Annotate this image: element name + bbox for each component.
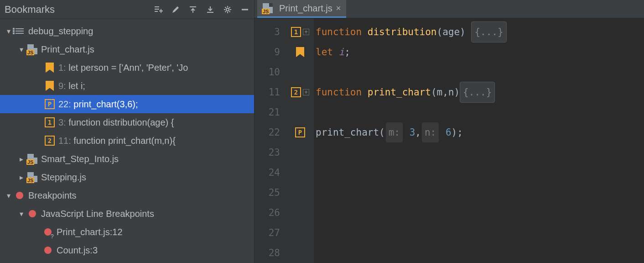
inlay-hint: m: [386, 122, 403, 142]
edit-icon[interactable] [170, 4, 181, 15]
bookmark-item[interactable]: 9: let i; [0, 77, 254, 95]
js-file-icon [26, 43, 38, 55]
bookmark-label: 1: let person = ['Ann', 'Peter', 'Jo [58, 63, 188, 73]
add-list-icon[interactable] [153, 4, 164, 15]
line-number-gutter: 3 9 10 11 21 22 23 24 25 26 27 28 [254, 18, 286, 263]
bookmark-mnemonic-icon: P [44, 98, 56, 110]
line-number: 24 [254, 163, 280, 183]
gear-icon[interactable] [222, 4, 233, 15]
breakpoint-icon [26, 208, 38, 220]
code-line[interactable] [316, 223, 644, 243]
bookmark-item-selected[interactable]: P 22: print_chart(3,6); [0, 95, 254, 113]
js-file-icon [263, 3, 273, 13]
editor-tab-bar: Print_chart.js × [254, 0, 644, 18]
breakpoint-icon [14, 189, 26, 201]
tree-node-stepping[interactable]: ▸ Stepping.js [0, 168, 254, 186]
line-number: 28 [254, 243, 280, 263]
folded-region[interactable]: {...} [460, 82, 495, 103]
line-number: 23 [254, 142, 280, 163]
code-line[interactable]: let i; [316, 42, 644, 62]
bookmark-label: 11: function print_chart(m,n){ [58, 136, 176, 146]
breakpoint-icon [42, 244, 54, 256]
bookmark-label: 9: let i; [58, 81, 85, 91]
code-line[interactable] [316, 102, 644, 122]
node-label: Stepping.js [41, 172, 86, 183]
node-label: Smart_Step_Into.js [41, 154, 119, 164]
chevron-down-icon[interactable]: ▾ [16, 45, 26, 54]
node-label: JavaScript Line Breakpoints [41, 209, 154, 219]
bookmark-mnemonic-icon: 1 [44, 116, 56, 128]
node-label: debug_stepping [28, 26, 93, 37]
move-down-icon[interactable] [205, 4, 216, 15]
chevron-down-icon[interactable]: ▾ [4, 191, 14, 200]
code-line[interactable] [316, 163, 644, 183]
fold-expand-icon[interactable]: + [303, 89, 309, 95]
line-number: 10 [254, 62, 280, 82]
chevron-right-icon[interactable]: ▸ [16, 173, 26, 182]
breakpoint-label: Print_chart.js:12 [57, 227, 123, 237]
line-number: 22 [254, 122, 280, 142]
panel-toolbar [153, 4, 250, 15]
breakpoint-label: Count.js:3 [57, 245, 98, 256]
js-file-icon [26, 171, 38, 183]
chevron-down-icon[interactable]: ▾ [4, 27, 14, 36]
tab-label: Print_chart.js [279, 3, 332, 14]
code-line[interactable] [316, 183, 644, 203]
line-number: 27 [254, 223, 280, 243]
bookmark-item[interactable]: 2 11: function print_chart(m,n){ [0, 132, 254, 150]
breakpoint-item[interactable]: Count.js:3 [0, 241, 254, 259]
bookmark-item[interactable]: 1 3: function distribution(age) { [0, 113, 254, 132]
line-number: 26 [254, 203, 280, 223]
inlay-hint: n: [422, 122, 439, 142]
code-line[interactable] [316, 203, 644, 223]
line-number: 25 [254, 183, 280, 203]
editor-tab[interactable]: Print_chart.js × [257, 0, 346, 18]
code-editor[interactable]: 3 9 10 11 21 22 23 24 25 26 27 28 1+ 2+ … [254, 18, 644, 263]
tree-node-js-breakpoints[interactable]: ▾ JavaScript Line Breakpoints [0, 205, 254, 223]
line-number: 9 [254, 42, 280, 62]
tree-node-print-chart[interactable]: ▾ Print_chart.js [0, 40, 254, 58]
bookmark-mnemonic-icon: 2 [44, 135, 56, 147]
breakpoint-question-icon [42, 226, 54, 238]
chevron-down-icon[interactable]: ▾ [16, 210, 26, 218]
code-line[interactable] [316, 243, 644, 263]
breakpoint-item[interactable]: Print_chart.js:12 [0, 223, 254, 241]
node-label: Print_chart.js [41, 44, 94, 55]
bookmark-item[interactable]: 1: let person = ['Ann', 'Peter', 'Jo [0, 58, 254, 77]
fold-expand-icon[interactable]: + [303, 29, 309, 35]
bookmark-icon[interactable] [296, 47, 304, 57]
folded-region[interactable]: {...} [471, 21, 506, 42]
bookmark-mnemonic-icon[interactable]: 2 [291, 87, 301, 97]
code-body[interactable]: function distribution(age) {...} let i; … [314, 18, 644, 263]
panel-title: Bookmarks [5, 4, 55, 16]
code-line[interactable]: function print_chart(m,n){...} [316, 82, 644, 102]
list-icon [14, 25, 26, 37]
code-line[interactable] [316, 142, 644, 163]
node-label: Breakpoints [28, 190, 77, 201]
tree-node-debug-stepping[interactable]: ▾ debug_stepping [0, 22, 254, 40]
marker-gutter: 1+ 2+ P [286, 18, 314, 263]
close-icon[interactable]: × [336, 4, 341, 13]
svg-point-0 [226, 8, 229, 11]
editor-panel: Print_chart.js × 3 9 10 11 21 22 23 24 2… [254, 0, 644, 263]
js-file-icon [26, 153, 38, 165]
line-number: 3 [254, 22, 280, 42]
panel-header: Bookmarks [0, 0, 254, 19]
bookmark-mnemonic-icon[interactable]: P [295, 127, 305, 137]
minimize-icon[interactable] [239, 4, 250, 15]
code-line[interactable] [316, 62, 644, 82]
line-number: 21 [254, 102, 280, 122]
bookmark-mnemonic-icon[interactable]: 1 [291, 27, 301, 37]
line-number: 11 [254, 82, 280, 102]
bookmarks-tree[interactable]: ▾ debug_stepping ▾ Print_chart.js 1: let… [0, 19, 254, 263]
bookmark-label: 22: print_chart(3,6); [58, 99, 138, 110]
tree-node-smart-step[interactable]: ▸ Smart_Step_Into.js [0, 150, 254, 168]
code-line[interactable]: function distribution(age) {...} [316, 22, 644, 42]
bookmark-icon [44, 80, 56, 92]
tree-node-breakpoints[interactable]: ▾ Breakpoints [0, 186, 254, 205]
move-up-icon[interactable] [187, 4, 198, 15]
chevron-right-icon[interactable]: ▸ [16, 155, 26, 163]
bookmark-icon [44, 62, 56, 74]
code-line[interactable]: print_chart(m: 3, n: 6); [316, 122, 644, 142]
bookmarks-panel: Bookmarks ▾ debug_ste [0, 0, 254, 263]
